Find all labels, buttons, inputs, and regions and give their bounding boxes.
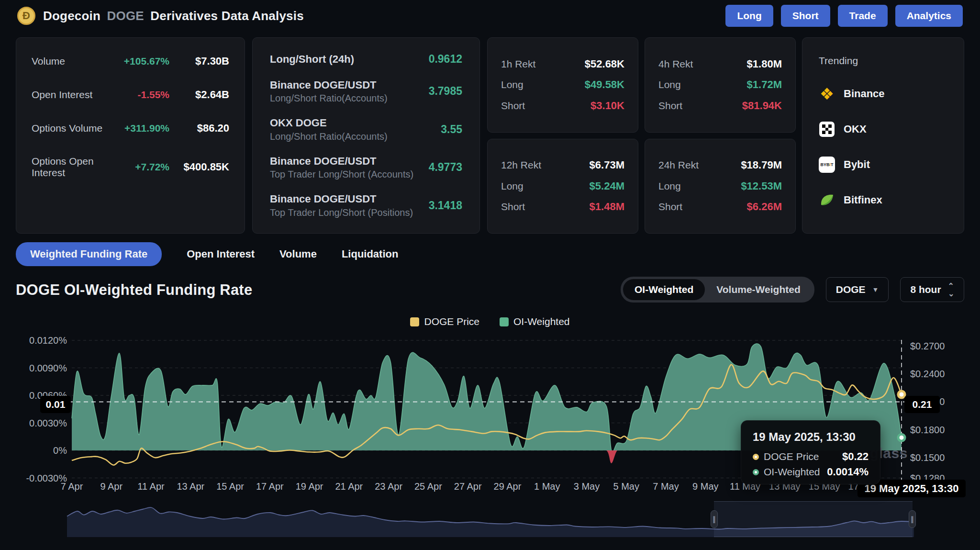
legend-label: DOGE Price xyxy=(424,316,479,327)
ratio-value: 3.7985 xyxy=(429,85,462,98)
tooltip-row: DOGE Price $0.22 xyxy=(753,450,869,463)
weighting-toggle: OI-WeightedVolume-Weighted xyxy=(621,277,814,303)
rekt-long-value: $5.24M xyxy=(590,180,624,192)
x-axis-tick: 17 Apr xyxy=(256,481,284,492)
ratio-row: Binance DOGE/USDT Long/Short Ratio(Accou… xyxy=(270,78,462,105)
right-axis-tick: $0.1500 xyxy=(910,452,945,463)
exchange-name: Binance xyxy=(844,88,885,100)
stat-row: Open Interest -1.55% $2.64B xyxy=(32,89,229,101)
tab[interactable]: Liquidation xyxy=(342,242,399,266)
coin-select[interactable]: DOGE ▼ xyxy=(826,277,889,302)
trending-item-bitfinex[interactable]: Bitfinex xyxy=(819,192,947,208)
rekt-short-label: Short xyxy=(658,201,682,213)
navigator-selected-window[interactable] xyxy=(714,501,913,537)
x-axis-tick: 15 Apr xyxy=(216,481,244,492)
section-title: DOGE OI-Weighted Funding Rate xyxy=(16,281,252,299)
crosshair-right-value: 0.21 xyxy=(904,396,940,413)
price-last-dot xyxy=(898,391,905,398)
left-axis-tick: 0.0120% xyxy=(29,335,67,346)
coin-select-value: DOGE xyxy=(836,284,866,295)
rekt-cards: 1h Rekt $52.68K Long $49.58K Short $3.10… xyxy=(487,37,796,234)
rekt-long-label: Long xyxy=(501,79,523,90)
tab[interactable]: Open Interest xyxy=(187,242,255,266)
rekt-long-label: Long xyxy=(658,79,681,90)
rekt-short-value: $6.26M xyxy=(747,201,782,213)
ratio-row: Long/Short (24h) 0.9612 xyxy=(270,52,462,67)
stat-value: $400.85K xyxy=(169,161,229,173)
ratio-title: Binance DOGE/USDT xyxy=(270,192,429,206)
x-axis-tick: 29 Apr xyxy=(494,481,522,492)
stat-value: $2.64B xyxy=(169,89,229,101)
rekt-total: $6.73M xyxy=(590,159,624,171)
stat-label: Options Volume xyxy=(32,123,112,134)
header-action-button[interactable]: Trade xyxy=(838,5,888,27)
left-axis-tick: 0.0030% xyxy=(29,418,67,428)
x-axis-tick: 13 Apr xyxy=(177,481,204,492)
rekt-title: 1h Rekt xyxy=(501,58,535,70)
ratio-row: Binance DOGE/USDT Top Trader Long/Short … xyxy=(270,154,462,181)
stat-label: Open Interest xyxy=(32,89,112,101)
rekt-total: $52.68K xyxy=(585,58,624,70)
rekt-title: 24h Rekt xyxy=(658,159,699,171)
navigator-left-handle[interactable]: ∥ xyxy=(711,510,718,528)
stat-row: Options Open Interest +7.72% $400.85K xyxy=(32,156,229,179)
header: Ð Dogecoin DOGE Derivatives Data Analysi… xyxy=(0,0,980,32)
tooltip-series-label: OI-Weighted xyxy=(764,466,822,478)
crosshair-left-value: 0.01 xyxy=(40,396,71,413)
trending-item-binance[interactable]: ❖ Binance xyxy=(819,86,947,102)
x-axis-tick: 5 May xyxy=(613,481,639,492)
trending-item-okx[interactable]: OKX xyxy=(819,121,947,137)
exchange-name: OKX xyxy=(844,123,867,135)
legend-item[interactable]: DOGE Price xyxy=(410,316,479,327)
toggle-option[interactable]: OI-Weighted xyxy=(623,279,705,300)
chart-tabs: Weighted Funding RateOpen InterestVolume… xyxy=(16,242,398,266)
ratio-row: OKX DOGE Long/Short Ratio(Accounts) 3.55 xyxy=(270,116,462,143)
x-axis-tick: 27 Apr xyxy=(454,481,482,492)
ratio-title: OKX DOGE xyxy=(270,116,441,130)
x-axis-tick: 1 May xyxy=(534,481,560,492)
x-axis-tick: 25 Apr xyxy=(414,481,442,492)
header-action-button[interactable]: Long xyxy=(725,5,773,27)
chart-legend: DOGE Price OI-Weighted xyxy=(0,316,980,327)
long-short-ratio-card: Long/Short (24h) 0.9612 Binance DOGE/USD… xyxy=(252,37,480,234)
ratio-value: 3.55 xyxy=(441,123,462,136)
rekt-total: $18.79M xyxy=(741,159,782,171)
legend-item[interactable]: OI-Weighted xyxy=(500,316,570,327)
tab[interactable]: Weighted Funding Rate xyxy=(16,242,162,266)
x-axis-tick: 19 Apr xyxy=(296,481,323,492)
updown-icon: ⌃⌃ xyxy=(948,283,954,296)
legend-swatch xyxy=(500,317,509,326)
interval-select[interactable]: 8 hour ⌃⌃ xyxy=(900,277,964,302)
tooltip-series-value: $0.22 xyxy=(842,450,869,463)
rekt-card: 4h Rekt $1.80M Long $1.72M Short $81.94K xyxy=(645,37,796,133)
title-ticker: DOGE xyxy=(107,9,144,23)
x-axis-tick: 9 May xyxy=(692,481,718,492)
bitfinex-icon xyxy=(819,192,835,208)
tab[interactable]: Volume xyxy=(279,242,317,266)
rekt-short-label: Short xyxy=(501,201,525,213)
tooltip-series-label: DOGE Price xyxy=(764,451,837,462)
header-action-button[interactable]: Short xyxy=(781,5,830,27)
trending-title: Trending xyxy=(819,55,947,67)
rekt-long-value: $1.72M xyxy=(747,79,782,91)
chevron-down-icon: ▼ xyxy=(872,286,879,293)
ratio-value: 0.9612 xyxy=(429,53,462,66)
rekt-title: 4h Rekt xyxy=(658,58,693,70)
x-axis-tick: 3 May xyxy=(574,481,600,492)
rekt-card: 24h Rekt $18.79M Long $12.53M Short $6.2… xyxy=(645,139,796,234)
toggle-option[interactable]: Volume-Weighted xyxy=(705,279,812,300)
ratio-subtitle: Long/Short Ratio(Accounts) xyxy=(270,130,441,143)
okx-icon xyxy=(819,121,835,137)
header-action-button[interactable]: Analytics xyxy=(895,5,963,27)
ratio-title: Binance DOGE/USDT xyxy=(270,78,429,92)
rekt-title: 12h Rekt xyxy=(501,159,541,171)
header-buttons: LongShortTradeAnalytics xyxy=(725,5,963,27)
ratio-row: Binance DOGE/USDT Top Trader Long/Short … xyxy=(270,192,462,219)
navigator-right-handle[interactable]: ∥ xyxy=(909,510,916,528)
ratio-subtitle: Top Trader Long/Short (Accounts) xyxy=(270,168,429,180)
rekt-card: 1h Rekt $52.68K Long $49.58K Short $3.10… xyxy=(487,37,638,133)
right-axis-tick: $0.1800 xyxy=(910,425,945,435)
trending-item-bybit[interactable]: BYBIT Bybit xyxy=(819,157,947,173)
left-axis-tick: 0% xyxy=(53,445,67,456)
trending-card: Trending ❖ Binance OKX BYBIT Bybit B xyxy=(802,37,964,234)
